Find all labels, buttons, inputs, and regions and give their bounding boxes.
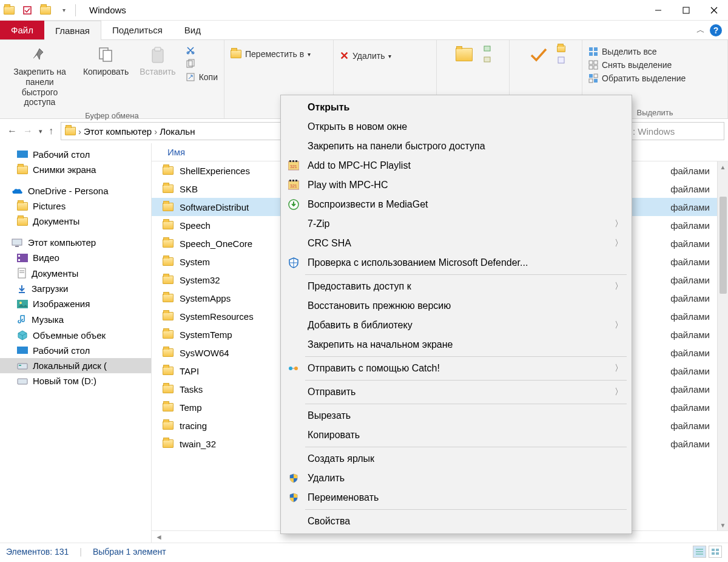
select-none-button[interactable]: Снять выделение bbox=[586, 59, 688, 70]
recent-dropdown[interactable]: ▾ bbox=[39, 127, 42, 135]
collapse-ribbon-icon[interactable]: ︿ bbox=[696, 25, 705, 36]
open-small[interactable] bbox=[554, 45, 568, 53]
cut-small-button[interactable] bbox=[183, 45, 220, 56]
ctx-give-access[interactable]: Предоставить доступ к〉 bbox=[281, 277, 632, 296]
crumb-this-pc[interactable]: Этот компьютер bbox=[84, 126, 152, 137]
file-name: SystemResources bbox=[180, 311, 254, 322]
ctx-mediaget[interactable]: Воспроизвести в MediaGet bbox=[281, 195, 632, 214]
ctx-copy[interactable]: Копировать bbox=[281, 425, 632, 445]
ctx-open[interactable]: Открыть bbox=[281, 98, 632, 117]
ctx-add-to-library[interactable]: Добавить в библиотеку〉 bbox=[281, 316, 632, 335]
ctx-crc-sha[interactable]: CRC SHA〉 bbox=[281, 234, 632, 253]
ctx-create-shortcut[interactable]: Создать ярлык bbox=[281, 449, 632, 469]
nav-screenshots[interactable]: Снимки экрана bbox=[0, 162, 151, 177]
crumb-sep[interactable]: › bbox=[78, 126, 81, 137]
svg-rect-23 bbox=[589, 66, 593, 69]
uac-shield-icon bbox=[287, 472, 300, 485]
help-icon[interactable]: ? bbox=[710, 24, 722, 36]
ctx-rename[interactable]: Переименовать bbox=[281, 488, 632, 507]
paste-shortcut-small-button[interactable]: Копи bbox=[183, 72, 220, 83]
ctx-mpc-add-playlist[interactable]: 321Add to MPC-HC Playlist bbox=[281, 156, 632, 175]
search-box[interactable]: : Windows bbox=[627, 122, 724, 140]
paste-button[interactable]: Вставить bbox=[136, 42, 179, 79]
forward-button[interactable]: → bbox=[23, 126, 33, 137]
column-name[interactable]: Имя bbox=[163, 147, 190, 157]
nav-documents-od[interactable]: Документы bbox=[0, 214, 151, 229]
chevron-right-icon: 〉 bbox=[615, 238, 623, 249]
ctx-delete[interactable]: Удалить bbox=[281, 469, 632, 488]
qat-folder-icon[interactable] bbox=[0, 0, 18, 20]
ctx-cut[interactable]: Вырезать bbox=[281, 406, 632, 425]
tab-view[interactable]: Вид bbox=[174, 21, 212, 39]
qat-dropdown-icon[interactable]: ▾ bbox=[55, 0, 73, 20]
tab-home[interactable]: Главная bbox=[44, 21, 101, 40]
close-button[interactable] bbox=[700, 0, 728, 21]
nav-desktop2[interactable]: Рабочий стол bbox=[0, 343, 151, 358]
new-item-small[interactable] bbox=[481, 45, 496, 53]
nav-new-volume-d[interactable]: Новый том (D:) bbox=[0, 373, 151, 388]
folder-icon bbox=[163, 294, 174, 302]
copy-button[interactable]: Копировать bbox=[79, 42, 132, 79]
nav-music[interactable]: Музыка bbox=[0, 311, 151, 327]
file-name: Temp bbox=[180, 402, 202, 413]
ctx-send-to[interactable]: Отправить〉 bbox=[281, 382, 632, 402]
tab-file[interactable]: Файл bbox=[0, 21, 44, 39]
ctx-pin-to-start[interactable]: Закрепить на начальном экране bbox=[281, 335, 632, 354]
lower-window-fragment: System bbox=[0, 560, 728, 562]
ctx-defender-scan[interactable]: Проверка с использованием Microsoft Defe… bbox=[281, 253, 632, 273]
svg-rect-34 bbox=[18, 259, 20, 261]
ctx-pin-quick-access[interactable]: Закрепить на панели быстрого доступа bbox=[281, 137, 632, 156]
new-folder-button[interactable] bbox=[451, 42, 477, 69]
ctx-restore-previous[interactable]: Восстановить прежнюю версию bbox=[281, 296, 632, 316]
nav-documents[interactable]: Документы bbox=[0, 265, 151, 281]
nav-3d-objects[interactable]: Объемные объек bbox=[0, 327, 151, 343]
view-icons-button[interactable] bbox=[709, 546, 722, 558]
ctx-mpc-play[interactable]: 321Play with MPC-HC bbox=[281, 175, 632, 195]
delete-button[interactable]: ✕Удалить▾ bbox=[337, 49, 394, 63]
nav-local-disk-c[interactable]: Локальный диск ( bbox=[0, 358, 151, 373]
easy-access-small[interactable] bbox=[481, 56, 496, 64]
svg-rect-16 bbox=[558, 57, 564, 63]
ctx-properties[interactable]: Свойства bbox=[281, 512, 632, 531]
nav-onedrive[interactable]: OneDrive - Persona bbox=[0, 183, 151, 198]
clipboard-group-label: Буфер обмена bbox=[4, 110, 220, 120]
nav-images[interactable]: Изображения bbox=[0, 296, 151, 311]
nav-pictures[interactable]: Pictures bbox=[0, 198, 151, 214]
edit-small[interactable] bbox=[554, 55, 568, 65]
status-selection: Выбран 1 элемент bbox=[93, 547, 166, 557]
navigation-pane[interactable]: Рабочий стол Снимки экрана OneDrive - Pe… bbox=[0, 143, 152, 543]
invert-selection-button[interactable]: Обратить выделение bbox=[586, 73, 688, 84]
file-name: Speech_OneCore bbox=[180, 239, 252, 249]
nav-downloads[interactable]: Загрузки bbox=[0, 281, 151, 296]
nav-this-pc[interactable]: Этот компьютер bbox=[0, 235, 151, 250]
file-name: System bbox=[180, 257, 210, 267]
ctx-7zip[interactable]: 7-Zip〉 bbox=[281, 214, 632, 234]
move-to-button[interactable]: Переместить в▾ bbox=[228, 49, 313, 59]
nav-videos[interactable]: Видео bbox=[0, 250, 151, 265]
view-details-button[interactable] bbox=[693, 546, 706, 558]
ctx-open-new-window[interactable]: Открыть в новом окне bbox=[281, 117, 632, 137]
crumb-drive[interactable]: Локальн bbox=[160, 126, 195, 137]
qat-properties-icon[interactable] bbox=[18, 0, 36, 20]
properties-ribbon-button[interactable] bbox=[524, 42, 551, 69]
chevron-right-icon: 〉 bbox=[615, 320, 623, 331]
svg-rect-30 bbox=[12, 239, 22, 245]
file-name: SystemApps bbox=[180, 293, 231, 303]
maximize-button[interactable] bbox=[672, 0, 700, 21]
svg-rect-35 bbox=[18, 268, 25, 278]
vertical-scrollbar[interactable]: ▲ ▼ bbox=[717, 161, 728, 530]
back-button[interactable]: ← bbox=[7, 126, 17, 137]
copy-path-small-button[interactable] bbox=[183, 58, 220, 69]
folder-icon bbox=[163, 185, 174, 193]
up-button[interactable]: ↑ bbox=[49, 126, 53, 137]
nav-desktop[interactable]: Рабочий стол bbox=[0, 147, 151, 162]
file-name: SystemTemp bbox=[180, 330, 232, 340]
tab-share[interactable]: Поделиться bbox=[101, 21, 174, 39]
qat-folder2-icon[interactable] bbox=[36, 0, 55, 20]
pin-quick-access-button[interactable]: Закрепить на панели быстрого доступа bbox=[4, 42, 76, 110]
minimize-button[interactable] bbox=[644, 0, 672, 21]
svg-rect-14 bbox=[484, 46, 490, 51]
ctx-send-catch[interactable]: Отправить с помощью Catch!〉 bbox=[281, 359, 632, 378]
select-all-button[interactable]: Выделить все bbox=[586, 46, 688, 57]
crumb-sep[interactable]: › bbox=[154, 126, 157, 137]
